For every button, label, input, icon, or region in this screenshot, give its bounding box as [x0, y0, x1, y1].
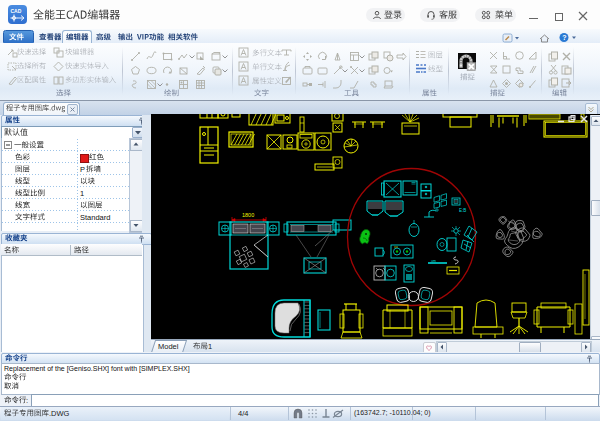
svg-text:E:B: E:B — [459, 208, 466, 213]
svg-text:CAD: CAD — [11, 8, 22, 14]
svg-text:1800: 1800 — [242, 212, 254, 218]
svg-text:um: um — [431, 259, 436, 263]
svg-text:?: ? — [562, 34, 566, 41]
